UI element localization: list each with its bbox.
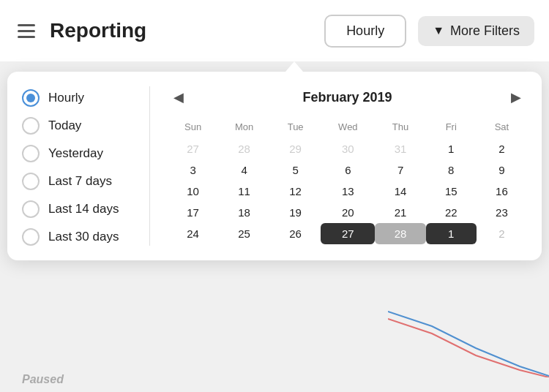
dropdown-arrow bbox=[285, 61, 303, 72]
panel-divider bbox=[149, 86, 150, 246]
cal-header-fri: Fri bbox=[426, 118, 477, 138]
calendar-cell-1-4[interactable]: 7 bbox=[375, 159, 425, 181]
calendar-cell-1-3[interactable]: 6 bbox=[321, 159, 375, 181]
calendar-cell-1-1[interactable]: 4 bbox=[218, 159, 270, 181]
radio-circle-last14 bbox=[22, 200, 40, 218]
calendar-cell-4-6[interactable]: 2 bbox=[477, 223, 527, 244]
calendar-cell-4-3[interactable]: 27 bbox=[321, 223, 375, 244]
radio-item-last7[interactable]: Last 7 days bbox=[22, 173, 132, 190]
calendar-month-year: February 2019 bbox=[302, 90, 392, 105]
calendar-cell-0-4[interactable]: 31 bbox=[375, 138, 425, 159]
calendar-cell-3-2[interactable]: 19 bbox=[270, 202, 321, 223]
calendar-cell-1-2[interactable]: 5 bbox=[270, 159, 321, 181]
calendar-cell-0-2[interactable]: 29 bbox=[270, 138, 321, 159]
calendar-cell-0-3[interactable]: 30 bbox=[321, 138, 375, 159]
chart-background: Paused bbox=[0, 304, 549, 392]
calendar-cell-3-1[interactable]: 18 bbox=[218, 202, 270, 223]
radio-item-hourly[interactable]: Hourly bbox=[22, 89, 132, 107]
calendar-cell-0-1[interactable]: 28 bbox=[218, 138, 270, 159]
cal-header-thu: Thu bbox=[375, 118, 425, 138]
cal-header-wed: Wed bbox=[321, 118, 375, 138]
radio-label-last30: Last 30 days bbox=[48, 230, 119, 244]
radio-circle-last7 bbox=[22, 173, 40, 190]
cal-header-sat: Sat bbox=[477, 118, 527, 138]
radio-label-today: Today bbox=[48, 118, 81, 133]
calendar-week-0: 272829303112 bbox=[168, 138, 527, 159]
radio-label-last7: Last 7 days bbox=[48, 174, 112, 189]
calendar-cell-4-4[interactable]: 28 bbox=[375, 223, 425, 244]
calendar-cell-0-0[interactable]: 27 bbox=[168, 138, 218, 159]
radio-circle-last30 bbox=[22, 228, 40, 246]
calendar-cell-3-0[interactable]: 17 bbox=[168, 202, 218, 223]
calendar-cell-4-1[interactable]: 25 bbox=[218, 223, 270, 244]
calendar-cell-0-5[interactable]: 1 bbox=[426, 138, 477, 159]
calendar-cell-2-5[interactable]: 15 bbox=[426, 181, 477, 202]
calendar-cell-1-5[interactable]: 8 bbox=[426, 159, 477, 181]
chart-svg bbox=[388, 304, 549, 377]
paused-label: Paused bbox=[22, 373, 64, 386]
dropdown-panel: HourlyTodayYesterdayLast 7 daysLast 14 d… bbox=[7, 72, 542, 260]
radio-item-today[interactable]: Today bbox=[22, 117, 132, 135]
calendar-cell-2-4[interactable]: 14 bbox=[375, 181, 425, 202]
calendar-cell-4-0[interactable]: 24 bbox=[168, 223, 218, 244]
calendar-days-header: SunMonTueWedThuFriSat bbox=[168, 118, 527, 138]
radio-label-last14: Last 14 days bbox=[48, 202, 119, 216]
calendar-cell-1-6[interactable]: 9 bbox=[477, 159, 527, 181]
hamburger-icon[interactable] bbox=[15, 21, 38, 41]
calendar-week-2: 10111213141516 bbox=[168, 181, 527, 202]
calendar-cell-3-3[interactable]: 20 bbox=[321, 202, 375, 223]
radio-circle-today bbox=[22, 117, 40, 135]
more-filters-label: More Filters bbox=[450, 23, 520, 39]
radio-circle-hourly bbox=[22, 89, 40, 107]
calendar-body: 2728293031123456789101112131415161718192… bbox=[168, 138, 527, 244]
calendar-header: ◀ February 2019 ▶ bbox=[168, 86, 527, 108]
radio-item-last14[interactable]: Last 14 days bbox=[22, 200, 132, 218]
hourly-button[interactable]: Hourly bbox=[324, 15, 406, 48]
calendar-cell-4-2[interactable]: 26 bbox=[270, 223, 321, 244]
calendar-week-1: 3456789 bbox=[168, 159, 527, 181]
cal-header-sun: Sun bbox=[168, 118, 218, 138]
radio-circle-yesterday bbox=[22, 145, 40, 162]
radio-label-yesterday: Yesterday bbox=[48, 146, 103, 161]
calendar-grid: SunMonTueWedThuFriSat 272829303112345678… bbox=[168, 118, 527, 244]
top-bar: Reporting Hourly ▼ More Filters bbox=[0, 0, 549, 61]
calendar: ◀ February 2019 ▶ SunMonTueWedThuFriSat … bbox=[153, 86, 527, 246]
calendar-prev-button[interactable]: ◀ bbox=[168, 86, 190, 108]
calendar-week-4: 242526272812 bbox=[168, 223, 527, 244]
radio-options: HourlyTodayYesterdayLast 7 daysLast 14 d… bbox=[22, 86, 146, 246]
calendar-cell-4-5[interactable]: 1 bbox=[426, 223, 477, 244]
calendar-cell-2-1[interactable]: 11 bbox=[218, 181, 270, 202]
cal-header-mon: Mon bbox=[218, 118, 270, 138]
more-filters-button[interactable]: ▼ More Filters bbox=[418, 16, 534, 46]
calendar-cell-2-2[interactable]: 12 bbox=[270, 181, 321, 202]
calendar-cell-3-5[interactable]: 22 bbox=[426, 202, 477, 223]
radio-item-last30[interactable]: Last 30 days bbox=[22, 228, 132, 246]
radio-item-yesterday[interactable]: Yesterday bbox=[22, 145, 132, 162]
calendar-cell-0-6[interactable]: 2 bbox=[477, 138, 527, 159]
calendar-cell-1-0[interactable]: 3 bbox=[168, 159, 218, 181]
calendar-cell-2-6[interactable]: 16 bbox=[477, 181, 527, 202]
cal-header-tue: Tue bbox=[270, 118, 321, 138]
radio-label-hourly: Hourly bbox=[48, 91, 84, 105]
dropdown-wrapper: HourlyTodayYesterdayLast 7 daysLast 14 d… bbox=[7, 61, 542, 260]
calendar-week-3: 17181920212223 bbox=[168, 202, 527, 223]
filter-icon: ▼ bbox=[433, 24, 444, 37]
calendar-cell-2-0[interactable]: 10 bbox=[168, 181, 218, 202]
calendar-next-button[interactable]: ▶ bbox=[505, 86, 527, 108]
calendar-cell-3-6[interactable]: 23 bbox=[477, 202, 527, 223]
calendar-cell-2-3[interactable]: 13 bbox=[321, 181, 375, 202]
page-title: Reporting bbox=[50, 19, 313, 42]
calendar-cell-3-4[interactable]: 21 bbox=[375, 202, 425, 223]
